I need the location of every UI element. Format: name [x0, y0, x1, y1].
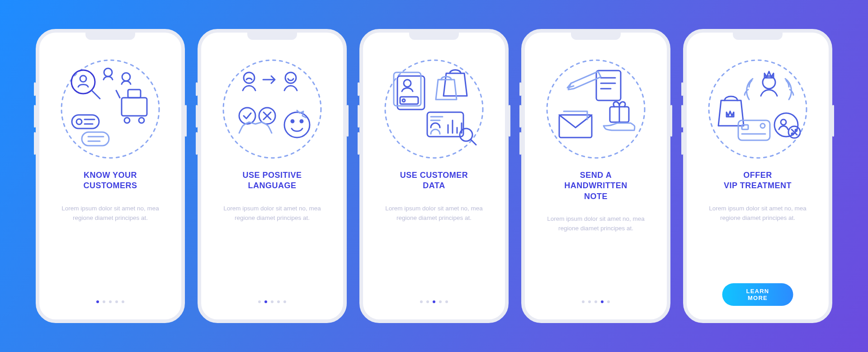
svg-rect-6 [122, 98, 147, 116]
svg-point-24 [300, 120, 303, 123]
svg-point-0 [61, 60, 159, 158]
dot-5[interactable] [607, 300, 610, 303]
phone-notch [409, 32, 459, 40]
page-dots[interactable] [258, 300, 286, 303]
svg-point-30 [402, 99, 405, 102]
svg-point-47 [760, 124, 765, 128]
onboarding-screen-3: USE CUSTOMER DATA Lorem ipsum dolor sit … [359, 29, 509, 323]
screen-body: Lorem ipsum dolor sit amet no, mea regio… [56, 204, 165, 223]
svg-point-19 [285, 72, 296, 83]
svg-rect-14 [82, 132, 109, 146]
svg-rect-9 [128, 90, 141, 98]
svg-line-3 [92, 90, 100, 99]
screen-body: Lorem ipsum dolor sit amet no, mea regio… [218, 204, 326, 223]
onboarding-screen-2: USE POSITIVE LANGUAGE Lorem ipsum dolor … [198, 29, 347, 323]
vip-treatment-icon [706, 57, 810, 161]
svg-point-22 [284, 112, 310, 138]
dot-3[interactable] [594, 300, 597, 303]
dot-5[interactable] [283, 300, 286, 303]
dot-2[interactable] [588, 300, 591, 303]
svg-point-7 [124, 118, 130, 123]
screen-body: Lorem ipsum dolor sit amet no, mea regio… [703, 204, 812, 223]
svg-rect-45 [742, 125, 748, 129]
onboarding-screen-5: OFFER VIP TREATMENT Lorem ipsum dolor si… [683, 29, 832, 323]
onboarding-screen-1: KNOW YOUR CUSTOMERS Lorem ipsum dolor si… [36, 29, 185, 323]
dot-3[interactable] [433, 300, 435, 303]
svg-point-2 [80, 76, 86, 82]
screen-body: Lorem ipsum dolor sit amet no, mea regio… [380, 204, 488, 223]
phone-notch [571, 32, 621, 40]
dot-2[interactable] [103, 300, 105, 303]
screen-title: USE POSITIVE LANGUAGE [242, 170, 302, 191]
onboarding-screen-4: SEND A HANDWRITTEN NOTE Lorem ipsum dolo… [521, 29, 670, 323]
dot-2[interactable] [264, 300, 267, 303]
dot-4[interactable] [277, 300, 280, 303]
positive-language-icon [220, 57, 324, 161]
handwritten-note-icon [544, 57, 648, 161]
svg-point-4 [104, 68, 112, 76]
page-dots[interactable] [96, 300, 124, 303]
screen-title: OFFER VIP TREATMENT [724, 170, 792, 191]
dot-2[interactable] [426, 300, 429, 303]
dot-3[interactable] [271, 300, 274, 303]
phone-notch [85, 32, 135, 40]
screen-title: SEND A HANDWRITTEN NOTE [564, 170, 627, 202]
screen-body: Lorem ipsum dolor sit amet no, mea regio… [542, 214, 650, 233]
know-customers-icon [58, 57, 162, 161]
dot-1[interactable] [96, 300, 99, 303]
dot-4[interactable] [439, 300, 442, 303]
svg-point-11 [76, 119, 82, 124]
page-dots[interactable] [582, 300, 610, 303]
svg-point-23 [291, 120, 294, 123]
svg-point-8 [139, 118, 144, 123]
svg-point-42 [709, 60, 807, 158]
phone-notch [733, 32, 783, 40]
dot-1[interactable] [582, 300, 585, 303]
page-dots[interactable] [420, 300, 448, 303]
screen-title: USE CUSTOMER DATA [400, 170, 468, 191]
dot-5[interactable] [445, 300, 448, 303]
svg-point-5 [122, 73, 130, 81]
screen-title: KNOW YOUR CUSTOMERS [83, 170, 137, 191]
dot-3[interactable] [109, 300, 112, 303]
phone-notch [247, 32, 297, 40]
svg-point-20 [239, 108, 255, 124]
svg-line-33 [471, 139, 476, 145]
svg-point-49 [781, 119, 786, 125]
dot-1[interactable] [420, 300, 423, 303]
dot-1[interactable] [258, 300, 261, 303]
learn-more-button[interactable]: LEARN MORE [722, 283, 793, 306]
dot-4[interactable] [601, 300, 604, 303]
dot-4[interactable] [115, 300, 118, 303]
svg-point-28 [404, 80, 411, 87]
dot-5[interactable] [122, 300, 124, 303]
customer-data-icon [382, 57, 486, 161]
